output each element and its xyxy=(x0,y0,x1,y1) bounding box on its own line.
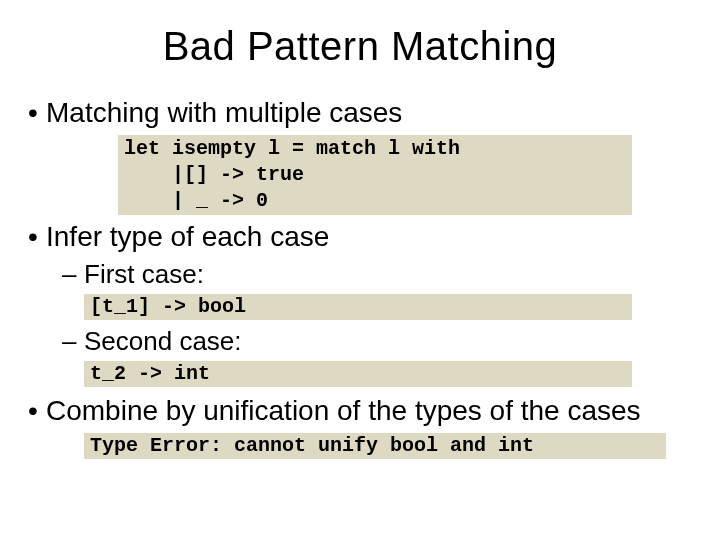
bullet-infer-type: Infer type of each case xyxy=(28,221,692,253)
bullet-matching-cases: Matching with multiple cases xyxy=(28,97,692,129)
code-type-error: Type Error: cannot unify bool and int xyxy=(84,433,666,459)
bullet-first-case: First case: xyxy=(28,259,692,290)
slide-title: Bad Pattern Matching xyxy=(28,24,692,69)
bullet-second-case: Second case: xyxy=(28,326,692,357)
code-second-case: t_2 -> int xyxy=(84,361,632,387)
code-isempty: let isempty l = match l with |[] -> true… xyxy=(118,135,632,215)
bullet-combine: Combine by unification of the types of t… xyxy=(28,395,692,427)
code-first-case: [t_1] -> bool xyxy=(84,294,632,320)
